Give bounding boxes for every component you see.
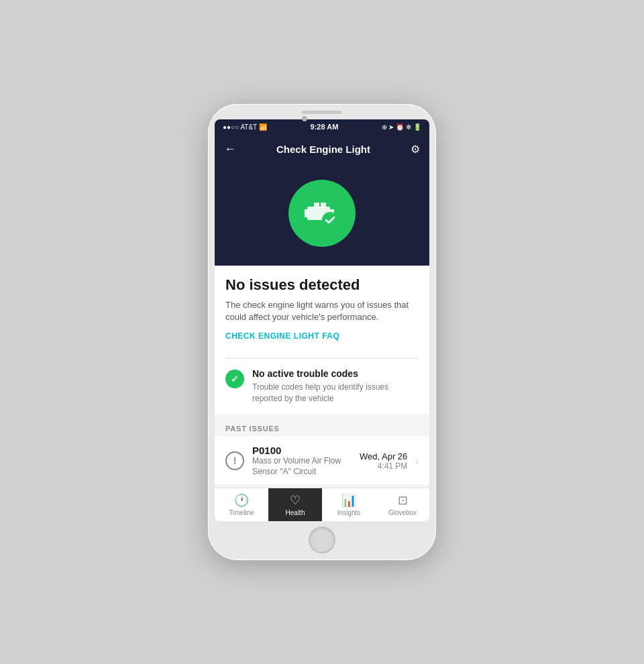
glovebox-label: Glovebox — [388, 509, 417, 516]
check-circle-icon: ✓ — [225, 370, 244, 388]
health-label: Health — [286, 509, 305, 516]
past-issues-section: PAST ISSUES ! P0100 Mass or Volume Air F… — [215, 418, 429, 486]
back-button[interactable]: ← — [224, 142, 236, 156]
issue-code: P0100 — [252, 445, 352, 456]
svg-rect-4 — [321, 203, 326, 208]
trouble-codes-text: No active trouble codes Trouble codes he… — [252, 368, 419, 404]
glovebox-icon: ⊡ — [398, 493, 408, 508]
insights-icon: 📊 — [341, 493, 356, 508]
engine-status-icon — [288, 180, 356, 247]
tab-health[interactable]: ♡ Health — [268, 488, 322, 521]
phone-screen: ●●○○ AT&T 📶 9:28 AM ⊕ ➤ ⏰ ✻ 🔋 ← Check En… — [215, 119, 429, 521]
tab-bar: 🕐 Timeline ♡ Health 📊 Insights ⊡ Glovebo… — [215, 488, 429, 521]
trouble-codes-desc: Trouble codes help you identify issues r… — [252, 382, 419, 404]
tab-glovebox[interactable]: ⊡ Glovebox — [376, 488, 429, 521]
nav-title: Check Engine Light — [276, 144, 370, 155]
warning-icon: ! — [225, 451, 244, 470]
hero-section — [215, 164, 429, 266]
engine-svg — [302, 193, 342, 233]
svg-rect-1 — [305, 209, 309, 217]
past-issues-header: PAST ISSUES — [215, 418, 429, 437]
main-card: No issues detected The check engine ligh… — [215, 266, 429, 414]
faq-link[interactable]: CHECK ENGINE LIGHT FAQ — [225, 331, 419, 350]
trouble-codes-row: ✓ No active trouble codes Trouble codes … — [215, 359, 429, 414]
issue-info: P0100 Mass or Volume Air FlowSensor "A" … — [252, 445, 352, 477]
insights-label: Insights — [337, 509, 360, 516]
trouble-codes-title: No active trouble codes — [252, 368, 419, 379]
health-icon: ♡ — [290, 493, 301, 508]
settings-icon[interactable]: ⚙ — [411, 143, 420, 156]
home-button[interactable] — [309, 527, 335, 553]
status-carrier: ●●○○ AT&T 📶 — [223, 123, 267, 131]
timeline-icon: 🕐 — [234, 493, 249, 508]
issue-row[interactable]: ! P0100 Mass or Volume Air FlowSensor "A… — [215, 437, 429, 486]
nav-bar: ← Check Engine Light ⚙ — [215, 134, 429, 164]
phone-speaker — [302, 111, 342, 114]
status-time: 9:28 AM — [311, 123, 339, 131]
no-issues-desc: The check engine light warns you of issu… — [225, 299, 419, 323]
timeline-label: Timeline — [229, 509, 254, 516]
issue-name: Mass or Volume Air FlowSensor "A" Circui… — [252, 456, 352, 477]
tab-insights[interactable]: 📊 Insights — [322, 488, 376, 521]
status-bar: ●●○○ AT&T 📶 9:28 AM ⊕ ➤ ⏰ ✻ 🔋 — [215, 119, 429, 134]
card-main-content: No issues detected The check engine ligh… — [215, 266, 429, 358]
phone-frame: ●●○○ AT&T 📶 9:28 AM ⊕ ➤ ⏰ ✻ 🔋 ← Check En… — [208, 104, 436, 560]
phone-camera — [302, 116, 307, 121]
status-icons: ⊕ ➤ ⏰ ✻ 🔋 — [382, 123, 421, 131]
content-area: No issues detected The check engine ligh… — [215, 266, 429, 488]
svg-rect-3 — [314, 203, 319, 208]
issue-chevron-icon: › — [415, 455, 419, 466]
tab-timeline[interactable]: 🕐 Timeline — [215, 488, 268, 521]
no-issues-title: No issues detected — [225, 276, 419, 294]
issue-date: Wed, Apr 26 4:41 PM — [360, 451, 407, 471]
svg-point-5 — [322, 212, 338, 228]
